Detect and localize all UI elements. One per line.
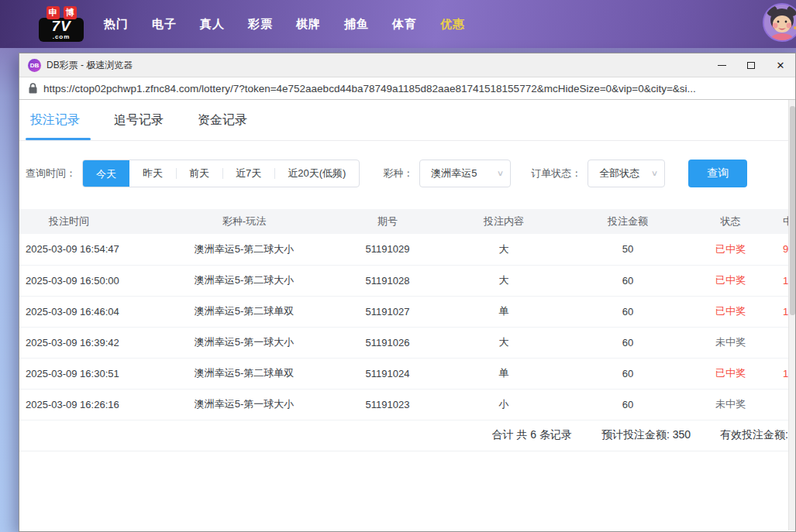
cell-game-play: 澳洲幸运5-第一球大小	[151, 389, 337, 420]
summary-valid-amount: 有效投注金额:	[720, 428, 788, 442]
cell-status: 未中奖	[686, 389, 775, 420]
cell-bet-amount: 60	[570, 389, 686, 420]
table-row: 2025-03-09 16:26:16澳洲幸运5-第一球大小51191023小6…	[19, 389, 788, 420]
address-bar[interactable]: https://ctop02pchwp1.zfnc84.com/lottery/…	[19, 77, 795, 100]
cell-bet-content: 小	[438, 389, 570, 420]
cell-bet-amount: 50	[570, 234, 686, 265]
minimize-button[interactable]	[707, 53, 736, 77]
time-option-yesterday[interactable]: 昨天	[129, 160, 176, 187]
nav-item-slots[interactable]: 电子	[152, 17, 177, 32]
table-row: 2025-03-09 16:50:00澳洲幸运5-第二球大小51191028大6…	[19, 265, 788, 296]
summary-row: 合计 共 6 条记录 预计投注金额: 350 有效投注金额:	[19, 420, 788, 451]
records-table-container: 投注时间彩种-玩法期号投注内容投注金额状态中奖金额 2025-03-09 16:…	[19, 209, 788, 420]
cell-bet-content: 单	[438, 358, 570, 389]
cell-bet-time: 2025-03-09 16:30:51	[19, 358, 151, 389]
filter-bar: 查询时间： 今天昨天前天近7天近20天(低频) 彩种： 澳洲幸运5 ∨ 订单状态…	[26, 160, 794, 187]
nav-item-live[interactable]: 真人	[200, 17, 225, 32]
browser-window: DB DB彩票 - 极速浏览器 ✕ https://ctop02pchwp1.z…	[19, 53, 796, 532]
time-option-last-20-days[interactable]: 近20天(低频)	[274, 160, 359, 187]
url-text: https://ctop02pchwp1.zfnc84.com/lottery/…	[43, 83, 696, 94]
site-header: 申 博 7V .com 热门电子真人彩票棋牌捕鱼体育优惠	[0, 0, 796, 48]
order-status-select[interactable]: 全部状态 ∨	[588, 160, 665, 187]
logo-badge-bo: 博	[64, 6, 77, 19]
cell-bet-amount: 60	[570, 327, 686, 358]
cell-prize-amount: 1	[775, 296, 788, 327]
time-filter-group: 今天昨天前天近7天近20天(低频)	[82, 160, 360, 187]
lock-icon	[29, 83, 37, 94]
column-header-7: 中奖金额	[775, 209, 788, 234]
scrollbar-thumb[interactable]	[790, 106, 795, 315]
cell-issue-number: 51191028	[337, 265, 438, 296]
table-row: 2025-03-09 16:39:42澳洲幸运5-第一球大小51191026大6…	[19, 327, 788, 358]
cell-bet-time: 2025-03-09 16:39:42	[19, 327, 151, 358]
table-row: 2025-03-09 16:46:04澳洲幸运5-第二球单双51191027单6…	[19, 296, 788, 327]
logo-badges: 申 博	[47, 6, 77, 19]
cell-status: 已中奖	[686, 296, 775, 327]
nav-item-sports[interactable]: 体育	[392, 17, 417, 32]
tab-funds-records[interactable]: 资金记录	[196, 100, 249, 140]
site-logo[interactable]: 申 博 7V .com	[39, 6, 84, 42]
browser-titlebar[interactable]: DB DB彩票 - 极速浏览器 ✕	[19, 53, 795, 77]
column-header-2: 彩种-玩法	[151, 209, 337, 234]
close-button[interactable]: ✕	[766, 53, 795, 77]
cell-issue-number: 51191023	[337, 389, 438, 420]
cell-status: 已中奖	[686, 234, 775, 265]
cell-bet-content: 大	[438, 234, 570, 265]
maximize-icon	[747, 62, 755, 69]
lottery-select-value: 澳洲幸运5	[431, 166, 477, 180]
records-table: 投注时间彩种-玩法期号投注内容投注金额状态中奖金额 2025-03-09 16:…	[19, 209, 788, 420]
cell-status: 已中奖	[686, 358, 775, 389]
lottery-select[interactable]: 澳洲幸运5 ∨	[419, 160, 511, 187]
time-option-last-7-days[interactable]: 近7天	[222, 160, 274, 187]
search-button[interactable]: 查询	[688, 160, 747, 187]
chevron-down-icon: ∨	[651, 169, 659, 177]
column-header-4: 投注内容	[438, 209, 570, 234]
column-header-1: 投注时间	[19, 209, 151, 234]
cell-bet-content: 单	[438, 296, 570, 327]
cell-prize-amount	[775, 389, 788, 420]
window-controls: ✕	[707, 53, 795, 77]
cell-bet-content: 大	[438, 265, 570, 296]
cell-game-play: 澳洲幸运5-第二球单双	[151, 358, 337, 389]
cell-bet-amount: 60	[570, 265, 686, 296]
tab-bet-records[interactable]: 投注记录	[29, 100, 81, 140]
cell-prize-amount: 1	[775, 358, 788, 389]
logo-box: 7V .com	[39, 18, 84, 42]
cell-bet-time: 2025-03-09 16:50:00	[19, 265, 151, 296]
user-avatar[interactable]	[763, 3, 796, 42]
logo-suffix: .com	[39, 33, 84, 40]
tab-chase-records[interactable]: 追号记录	[112, 100, 165, 140]
nav-item-lottery[interactable]: 彩票	[248, 17, 273, 32]
nav-item-fishing[interactable]: 捕鱼	[344, 17, 369, 32]
cell-prize-amount	[775, 327, 788, 358]
site-nav: 热门电子真人彩票棋牌捕鱼体育优惠	[104, 17, 465, 32]
cell-game-play: 澳洲幸运5-第一球大小	[151, 327, 337, 358]
avatar-illustration	[764, 5, 796, 40]
cell-issue-number: 51191027	[337, 296, 438, 327]
logo-badge-shen: 申	[47, 6, 60, 19]
column-header-6: 状态	[686, 209, 775, 234]
table-header-row: 投注时间彩种-玩法期号投注内容投注金额状态中奖金额	[19, 209, 788, 234]
order-status-label: 订单状态：	[531, 166, 581, 180]
cell-bet-time: 2025-03-09 16:54:47	[19, 234, 151, 265]
nav-item-hot[interactable]: 热门	[104, 17, 129, 32]
cell-game-play: 澳洲幸运5-第二球大小	[151, 234, 337, 265]
cell-prize-amount: 1	[775, 265, 788, 296]
column-header-5: 投注金额	[570, 209, 686, 234]
cell-bet-amount: 60	[570, 296, 686, 327]
cell-prize-amount: 9	[775, 234, 788, 265]
cell-issue-number: 51191026	[337, 327, 438, 358]
nav-item-chess[interactable]: 棋牌	[296, 17, 321, 32]
nav-item-promo[interactable]: 优惠	[440, 17, 465, 32]
cell-bet-time: 2025-03-09 16:46:04	[19, 296, 151, 327]
cell-status: 已中奖	[686, 265, 775, 296]
maximize-button[interactable]	[736, 53, 766, 77]
app-icon: DB	[28, 59, 41, 72]
cell-issue-number: 51191029	[337, 234, 438, 265]
time-option-day-before[interactable]: 前天	[176, 160, 222, 187]
table-row: 2025-03-09 16:30:51澳洲幸运5-第二球单双51191024单6…	[19, 358, 788, 389]
time-option-today[interactable]: 今天	[83, 160, 129, 187]
cell-bet-amount: 60	[570, 358, 686, 389]
scrollbar[interactable]	[788, 100, 795, 530]
cell-issue-number: 51191024	[337, 358, 438, 389]
